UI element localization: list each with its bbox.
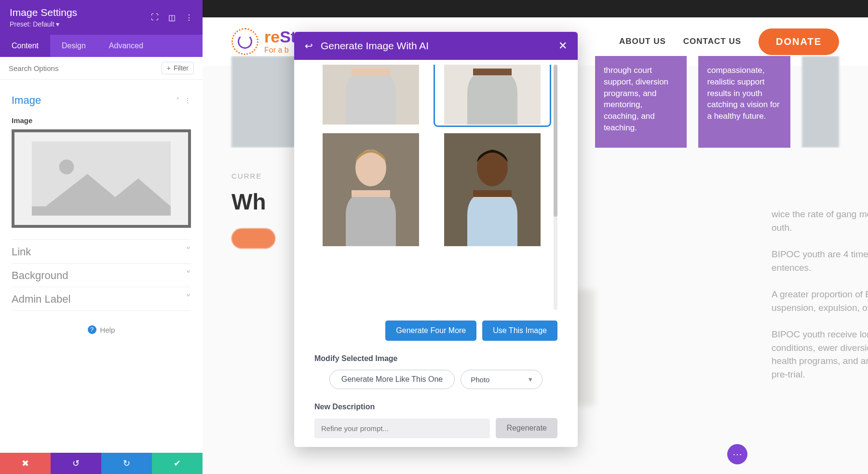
image-field-label: Image (12, 116, 191, 125)
chevron-up-icon: ˄ (176, 97, 179, 104)
use-this-image-button[interactable]: Use This Image (482, 321, 557, 341)
results-scroll[interactable] (314, 65, 557, 310)
panel-footer: ✖ ↺ ↻ ✔ (0, 453, 203, 474)
undo-button[interactable]: ↺ (51, 453, 101, 474)
expand-icon[interactable]: ⛶ (151, 13, 159, 22)
panel-title: Image Settings (10, 7, 77, 18)
modify-section-label: Modify Selected Image (314, 354, 557, 363)
regenerate-button[interactable]: Regenerate (496, 418, 557, 438)
plus-icon: + (167, 64, 171, 72)
fact-item: BIPOC youth receive longer sentences, mo… (772, 328, 868, 381)
snap-icon[interactable]: ◫ (168, 13, 176, 22)
chevron-down-icon: ˅ (186, 293, 191, 306)
tab-advanced[interactable]: Advanced (97, 35, 155, 57)
help-icon: ? (88, 325, 96, 334)
save-button[interactable]: ✔ (152, 453, 203, 474)
info-card-2: compassionate, realistic support results… (698, 56, 790, 148)
logo-text-a: re (264, 28, 280, 46)
tab-design[interactable]: Design (50, 35, 97, 57)
redo-icon: ↻ (123, 458, 130, 469)
modal-title: Generate Image With AI (321, 40, 429, 52)
chevron-down-icon: ˅ (186, 269, 191, 282)
result-thumbnail[interactable] (314, 133, 427, 246)
donate-button[interactable]: DONATE (759, 28, 839, 55)
settings-panel-header: Image Settings Preset: Default ▾ ⛶ ◫ ⋮ (0, 0, 203, 35)
image-upload-well[interactable] (12, 129, 191, 228)
svg-rect-14 (473, 190, 512, 197)
facts-list: wice the rate of gang membership compare… (772, 208, 868, 394)
section-background[interactable]: Background ˅ (12, 264, 191, 287)
search-input[interactable] (9, 64, 162, 72)
nav-about[interactable]: ABOUT US (619, 37, 666, 46)
style-select-value: Photo (471, 376, 489, 384)
generate-more-like-button[interactable]: Generate More Like This One (329, 370, 455, 389)
fact-item: BIPOC youth are 4 times more likely to r… (772, 248, 868, 274)
admin-topbar (203, 0, 868, 17)
filter-label: Filter (174, 64, 189, 72)
ellipsis-icon: ⋯ (732, 448, 742, 460)
result-thumbnail[interactable] (436, 133, 549, 246)
undo-icon: ↺ (72, 458, 80, 469)
logo-mark-icon (231, 28, 258, 55)
section-image[interactable]: Image ˄ ⋮ (12, 88, 191, 112)
new-description-label: New Description (314, 403, 557, 411)
settings-panel: Image Settings Preset: Default ▾ ⛶ ◫ ⋮ C… (0, 0, 203, 474)
section-image-label: Image (12, 94, 41, 107)
svg-point-1 (59, 160, 74, 175)
cta-button[interactable] (231, 228, 275, 249)
chevron-down-icon: ˅ (186, 246, 191, 258)
cancel-button[interactable]: ✖ (0, 453, 51, 474)
info-card-1: through court support, diversion program… (595, 56, 687, 148)
help-link[interactable]: ? Help (12, 325, 191, 334)
section-admin-label[interactable]: Admin Label ˅ (12, 287, 191, 310)
svg-rect-11 (352, 190, 390, 197)
modal-header: ↩ Generate Image With AI ✕ (294, 32, 578, 60)
section-more-icon[interactable]: ⋮ (184, 97, 191, 104)
close-icon[interactable]: ✕ (558, 40, 567, 52)
search-bar: + Filter (0, 57, 203, 80)
fact-item: A greater proportion of BIPOC youth expe… (772, 288, 868, 314)
close-icon: ✖ (22, 458, 29, 469)
section-admin-label-label: Admin Label (12, 293, 70, 306)
svg-rect-8 (473, 69, 512, 75)
card-blank-right (802, 56, 839, 148)
image-placeholder-icon (23, 141, 179, 216)
builder-fab[interactable]: ⋯ (727, 444, 747, 464)
generate-four-more-button[interactable]: Generate Four More (385, 321, 476, 341)
help-label: Help (100, 326, 115, 334)
more-icon[interactable]: ⋮ (185, 13, 193, 22)
scrollbar[interactable] (554, 65, 557, 310)
results-grid (314, 65, 557, 246)
nav-contact[interactable]: CONTACT US (683, 37, 741, 46)
filter-button[interactable]: + Filter (162, 62, 194, 74)
fact-item: wice the rate of gang membership compare… (772, 208, 868, 234)
redo-button[interactable]: ↻ (101, 453, 152, 474)
back-icon[interactable]: ↩ (305, 40, 313, 52)
svg-rect-5 (352, 69, 390, 75)
section-link-label: Link (12, 246, 31, 258)
settings-tabs: Content Design Advanced (0, 35, 203, 57)
scrollbar-thumb[interactable] (554, 65, 557, 217)
style-select[interactable]: Photo ▾ (461, 370, 542, 389)
prompt-input[interactable] (314, 418, 490, 438)
chevron-down-icon: ▾ (529, 375, 532, 384)
result-thumbnail[interactable] (314, 65, 427, 125)
preset-selector[interactable]: Preset: Default ▾ (10, 20, 77, 28)
check-icon: ✔ (174, 458, 181, 469)
result-thumbnail[interactable] (436, 65, 549, 125)
section-background-label: Background (12, 269, 68, 282)
section-link[interactable]: Link ˅ (12, 240, 191, 263)
ai-generate-modal: ↩ Generate Image With AI ✕ Generate F (294, 32, 578, 447)
main-nav: ABOUT US CONTACT US DONATE (619, 28, 839, 55)
tab-content[interactable]: Content (0, 35, 50, 57)
